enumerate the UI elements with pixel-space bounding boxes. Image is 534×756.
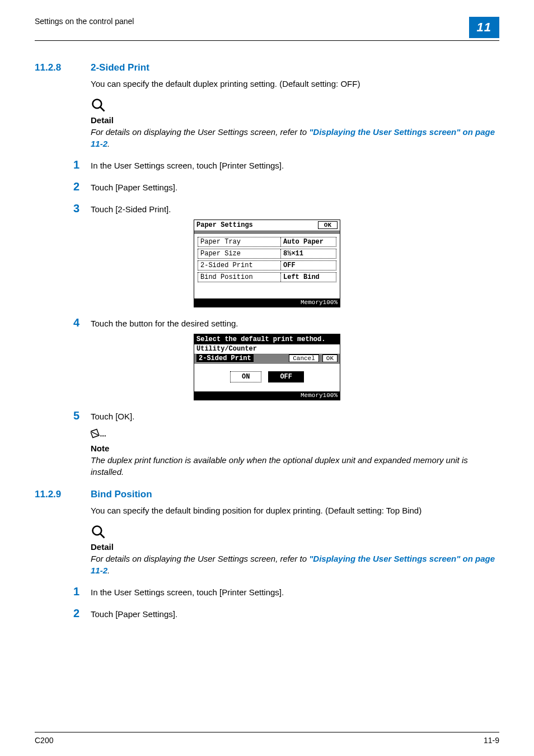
detail-callout: Detail For details on displaying the Use…: [91, 97, 499, 150]
step-number: 3: [35, 202, 79, 215]
step: 2 Touch [Paper Settings].: [35, 607, 499, 620]
setting-row-paper-tray[interactable]: Paper Tray Auto Paper: [198, 237, 336, 247]
page-footer: C200 11-9: [35, 732, 499, 745]
step: 4 Touch the button for the desired setti…: [35, 316, 499, 329]
step-number: 1: [35, 585, 79, 598]
breadcrumb: Utility/Counter: [194, 344, 340, 353]
ok-button[interactable]: OK: [322, 354, 338, 362]
step: 5 Touch [OK].: [35, 409, 499, 422]
setting-row-2-sided-print[interactable]: 2-Sided Print OFF: [198, 260, 336, 270]
pencil-note-icon: [91, 426, 106, 441]
step-text: In the User Settings screen, touch [Prin…: [91, 161, 499, 170]
svg-point-4: [100, 435, 101, 436]
lcd-sub-title: 2-Sided Print: [196, 354, 254, 362]
footer-model: C200: [35, 736, 53, 745]
setting-row-bind-position[interactable]: Bind Position Left Bind: [198, 272, 336, 282]
section-intro: You can specify the default binding posi…: [91, 505, 499, 516]
ok-button[interactable]: OK: [318, 221, 338, 229]
svg-point-6: [105, 435, 106, 436]
footer-page-number: 11-9: [484, 736, 499, 745]
detail-label: Detail: [91, 115, 499, 125]
magnifier-icon: [91, 524, 106, 540]
step: 3 Touch [2-Sided Print].: [35, 202, 499, 215]
setting-value: Left Bind: [281, 273, 336, 282]
step-number: 2: [35, 607, 79, 620]
section-heading-bind-position: 11.2.9 Bind Position: [35, 489, 499, 500]
step-number: 2: [35, 180, 79, 193]
detail-text: For details on displaying the User Setti…: [91, 126, 499, 150]
setting-row-paper-size[interactable]: Paper Size 8½×11: [198, 249, 336, 259]
step: 1 In the User Settings screen, touch [Pr…: [35, 585, 499, 598]
detail-text-suffix: .: [107, 139, 110, 148]
off-button[interactable]: OFF: [268, 371, 304, 382]
svg-point-0: [93, 100, 102, 109]
setting-value: OFF: [281, 261, 336, 270]
section-intro: You can specify the default duplex print…: [91, 78, 499, 90]
lcd-2-sided-print: Select the default print method. Utility…: [194, 334, 340, 400]
detail-text-prefix: For details on displaying the User Setti…: [91, 554, 309, 563]
step-text: Touch [Paper Settings].: [91, 183, 499, 192]
lcd-title: Paper Settings: [196, 221, 253, 229]
detail-text: For details on displaying the User Setti…: [91, 553, 499, 576]
step-text: Touch [Paper Settings].: [91, 609, 499, 619]
section-title: Bind Position: [91, 489, 152, 500]
step-text: Touch the button for the desired setting…: [91, 319, 499, 328]
svg-point-5: [102, 435, 104, 436]
memory-status: Memory100%: [194, 298, 340, 307]
note-text: The duplex print function is available o…: [91, 454, 499, 478]
magnifier-icon: [91, 97, 106, 113]
step: 2 Touch [Paper Settings].: [35, 180, 499, 193]
step: 1 In the User Settings screen, touch [Pr…: [35, 158, 499, 171]
note-label: Note: [91, 444, 499, 453]
setting-label: Paper Size: [198, 249, 281, 258]
svg-line-3: [92, 430, 98, 436]
lcd-paper-settings: Paper Settings OK Paper Tray Auto Paper …: [194, 220, 340, 307]
section-heading-2-sided-print: 11.2.8 2-Sided Print: [35, 62, 499, 73]
header-rule: [35, 40, 499, 41]
setting-label: Paper Tray: [198, 237, 281, 246]
chapter-number-badge: 11: [469, 17, 499, 38]
svg-point-7: [93, 526, 102, 535]
lcd-instruction: Select the default print method.: [196, 335, 325, 343]
on-button[interactable]: ON: [230, 371, 261, 382]
detail-text-prefix: For details on displaying the User Setti…: [91, 127, 309, 137]
step-number: 1: [35, 158, 79, 171]
setting-label: 2-Sided Print: [198, 261, 281, 270]
step-text: Touch [2-Sided Print].: [91, 204, 499, 214]
running-header: Settings on the control panel: [35, 17, 134, 26]
cancel-button[interactable]: Cancel: [289, 354, 319, 362]
detail-text-suffix: .: [107, 566, 110, 575]
detail-callout: Detail For details on displaying the Use…: [91, 524, 499, 576]
setting-value: Auto Paper: [281, 237, 336, 246]
svg-line-8: [101, 534, 105, 538]
section-title: 2-Sided Print: [91, 62, 149, 73]
memory-status: Memory100%: [194, 391, 340, 400]
section-number: 11.2.9: [35, 489, 74, 500]
note-callout: Note The duplex print function is availa…: [91, 426, 499, 478]
setting-label: Bind Position: [198, 273, 281, 282]
svg-line-1: [101, 108, 105, 111]
step-number: 4: [35, 316, 79, 329]
detail-label: Detail: [91, 542, 499, 552]
step-number: 5: [35, 409, 79, 422]
section-number: 11.2.8: [35, 62, 74, 73]
setting-value: 8½×11: [281, 249, 336, 258]
step-text: Touch [OK].: [91, 412, 499, 421]
step-text: In the User Settings screen, touch [Prin…: [91, 587, 499, 597]
